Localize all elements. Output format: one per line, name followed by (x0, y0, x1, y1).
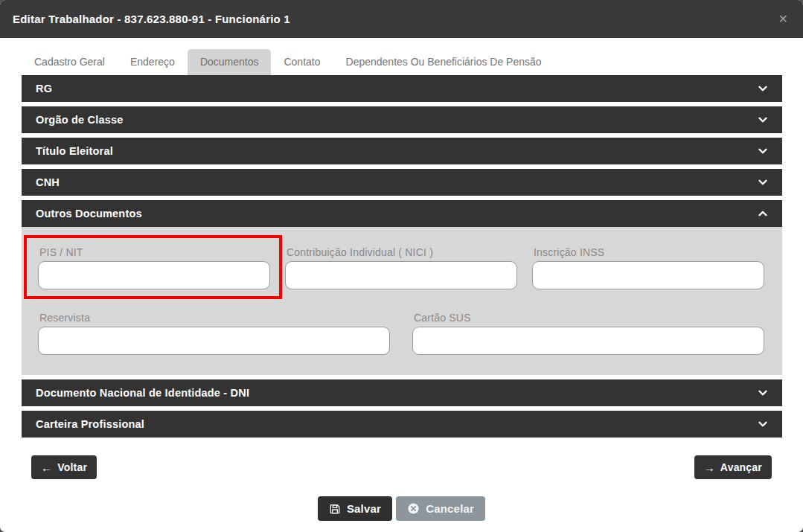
modal-title: Editar Trabalhador - 837.623.880-91 - Fu… (13, 13, 290, 25)
cartao-sus-input[interactable] (412, 327, 764, 355)
tab-contato[interactable]: Contato (271, 49, 333, 75)
cancelar-label: Cancelar (426, 502, 474, 515)
modal-header: Editar Trabalhador - 837.623.880-91 - Fu… (0, 0, 803, 38)
section-outros-documentos[interactable]: Outros Documentos (22, 200, 782, 227)
voltar-label: Voltar (57, 461, 87, 473)
section-dni-label: Documento Nacional de Identidade - DNI (36, 387, 249, 399)
field-inscricao-inss: Inscrição INSS (532, 246, 764, 289)
section-dni[interactable]: Documento Nacional de Identidade - DNI (22, 379, 782, 406)
chevron-down-icon (756, 386, 770, 400)
close-icon[interactable]: ✕ (778, 13, 788, 25)
chevron-down-icon (756, 417, 770, 431)
avancar-button[interactable]: → Avançar (694, 455, 772, 479)
chevron-down-icon (756, 144, 770, 158)
chevron-down-icon (756, 113, 770, 126)
field-cartao-sus: Cartão SUS (412, 312, 764, 355)
section-cnh-label: CNH (36, 176, 60, 188)
reservista-label: Reservista (39, 312, 390, 324)
circle-x-icon (407, 502, 420, 515)
tab-cadastro-geral[interactable]: Cadastro Geral (22, 49, 118, 75)
pis-nit-input[interactable] (38, 261, 270, 289)
section-cnh[interactable]: CNH (22, 169, 782, 196)
chevron-down-icon (756, 176, 770, 189)
voltar-button[interactable]: ← Voltar (31, 455, 97, 479)
floppy-disk-icon (329, 503, 341, 515)
reservista-input[interactable] (38, 327, 390, 355)
tab-bar: Cadastro Geral Endereço Documentos Conta… (22, 49, 781, 75)
section-orgao-label: Orgão de Classe (36, 114, 123, 126)
section-carteira-profissional[interactable]: Carteira Profissional (22, 411, 782, 438)
pis-nit-label: PIS / NIT (39, 246, 270, 258)
section-outros-label: Outros Documentos (36, 208, 142, 219)
cartao-sus-label: Cartão SUS (414, 312, 764, 324)
arrow-right-icon: → (704, 462, 715, 473)
avancar-label: Avançar (720, 461, 762, 473)
nav-button-row: ← Voltar → Avançar (31, 455, 772, 479)
section-rg[interactable]: RG (22, 75, 782, 102)
section-titulo-label: Título Eleitoral (36, 145, 113, 157)
section-rg-label: RG (36, 83, 52, 94)
field-reservista: Reservista (38, 312, 390, 355)
section-carteira-label: Carteira Profissional (36, 418, 144, 430)
tab-endereco[interactable]: Endereço (118, 49, 188, 75)
tab-dependentes[interactable]: Dependentes Ou Beneficiários De Pensão (333, 49, 554, 75)
arrow-left-icon: ← (41, 462, 52, 473)
contribuicao-individual-label: Contribuição Individual ( NICI ) (287, 246, 517, 258)
documents-accordion: RG Orgão de Classe Título Eleitoral CNH (22, 75, 782, 438)
field-pis-nit: PIS / NIT (38, 246, 270, 289)
action-button-row: Salvar Cancelar (0, 496, 803, 521)
salvar-label: Salvar (347, 502, 381, 515)
tab-documentos[interactable]: Documentos (188, 49, 272, 75)
cancelar-button[interactable]: Cancelar (396, 496, 485, 521)
outros-documentos-panel: PIS / NIT Contribuição Individual ( NICI… (22, 227, 782, 375)
chevron-up-icon (756, 207, 770, 220)
contribuicao-individual-input[interactable] (285, 261, 517, 289)
section-titulo-eleitoral[interactable]: Título Eleitoral (22, 138, 782, 164)
inscricao-inss-label: Inscrição INSS (534, 246, 764, 258)
field-contribuicao-individual: Contribuição Individual ( NICI ) (285, 246, 517, 289)
chevron-down-icon (756, 82, 770, 95)
section-orgao-de-classe[interactable]: Orgão de Classe (22, 106, 782, 133)
inscricao-inss-input[interactable] (532, 261, 764, 289)
edit-worker-modal: Editar Trabalhador - 837.623.880-91 - Fu… (0, 0, 803, 532)
salvar-button[interactable]: Salvar (318, 496, 392, 521)
